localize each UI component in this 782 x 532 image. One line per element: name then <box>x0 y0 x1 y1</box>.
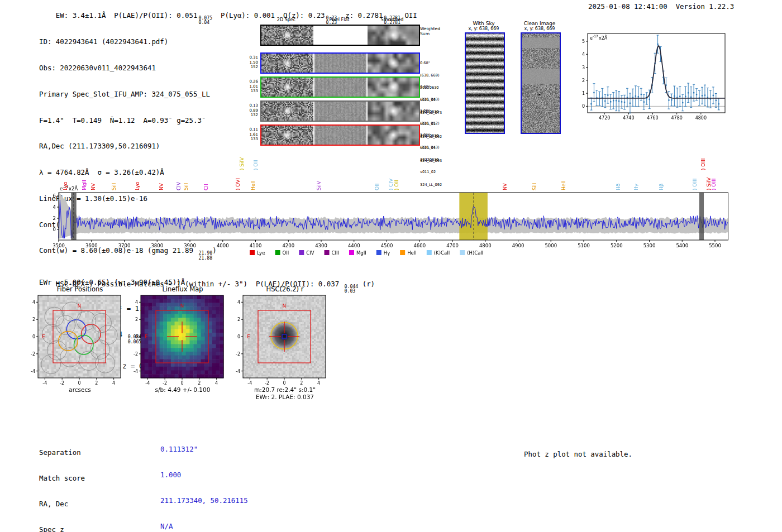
cutout-col-header-2dspec: 2D Spec <box>260 17 312 22</box>
summary-ew-plae: EW: 3.4±1.1Å P(LAE)/P(OII): 0.051 <box>56 11 198 20</box>
fiber-2-weights: 0.26 1.01 133 <box>241 79 258 94</box>
fiber-weight: 0.13 <box>241 103 258 108</box>
fiber-weight: 0.26 <box>241 79 258 84</box>
info-obs: Obs: 20220630v011_4022943641 <box>39 64 217 73</box>
hsc-cutout-plot <box>226 292 330 388</box>
smoothed-cutout-image <box>368 126 419 145</box>
fiber-distance: 0.82" <box>420 85 450 89</box>
cutout-col-header-pixelflat: Pixel Flat <box>313 17 365 22</box>
fiber-weight: 152 <box>241 65 258 70</box>
cutout-row-fiber-4 <box>260 124 420 146</box>
cutout-col-header-smoothed: Smoothed <box>366 17 418 22</box>
info-id: ID: 4022943641 (4022943641.pdf) <box>39 37 217 46</box>
clean-image-title: Clean Image <box>515 21 564 26</box>
match-label-score: Match score <box>39 474 102 482</box>
match-label-separation: Separation <box>39 448 102 457</box>
fiber-weight: 132 <box>241 113 258 118</box>
match-label-radec: RA, Dec <box>39 500 102 508</box>
smoothed-cutout-image <box>368 54 419 73</box>
pixel-flat-cutout-image <box>314 78 366 97</box>
fiber-1-weights: 0.31 1.50 152 <box>241 55 258 70</box>
cutout-row-fiber-2 <box>260 76 420 98</box>
fiber-weight: 1.50 <box>241 60 258 65</box>
with-sky-xy: x, y: 638, 669 <box>459 26 508 31</box>
fiber-weight: 0.11 <box>241 127 258 132</box>
hsc-cutout-caption-2: EWr: 2. PLAE: 0.037 <box>243 394 327 400</box>
fiber-weight: 1.61 <box>241 132 258 137</box>
hsc-cutout-caption-1: m:20.7 re:2.4" s:0.1" <box>243 386 327 393</box>
hsc-dex-band: (r) <box>358 280 375 288</box>
match-table-values: 0.111312" 1.000 211.173340, 50.216115 N/… <box>160 428 248 532</box>
fiber-distance: 1.25" <box>420 109 450 113</box>
fiber-positions-plot <box>21 292 125 388</box>
pixel-flat-cutout-image <box>314 54 366 73</box>
fiber-3-weights: 0.13 0.89 132 <box>241 103 258 118</box>
clean-image <box>521 32 561 134</box>
fiber-weight: 0.89 <box>241 108 258 113</box>
main-spectrum-plot <box>53 147 732 264</box>
match-value-specz: N/A <box>160 522 248 530</box>
fiber-weight: 0.31 <box>241 55 258 60</box>
with-sky-image <box>465 32 505 134</box>
pixel-flat-cutout-image <box>314 26 366 45</box>
smoothed-cutout-image <box>368 102 419 121</box>
hsc-plae-lower: 0.03 <box>345 289 356 294</box>
match-value-score: 1.000 <box>160 471 248 479</box>
fiber-distance: 0.68" <box>420 61 450 65</box>
clean-image-xy: x, y: 638, 669 <box>515 26 564 31</box>
spec2d-cutout-image <box>261 78 313 97</box>
fiber-positions-xlabel: arcsecs <box>38 386 122 393</box>
lineflux-map-plot <box>124 292 227 388</box>
fiber-4-weights: 0.11 1.61 133 <box>241 127 258 142</box>
smoothed-cutout-image <box>368 26 419 45</box>
cutout-row-fiber-1 <box>260 52 420 74</box>
fiber-weight: 133 <box>241 89 258 94</box>
with-sky-title: With Sky <box>459 21 508 26</box>
spec2d-cutout-image <box>261 54 313 73</box>
match-table-labels: Separation Match score RA, Dec Spec z Ph… <box>39 431 102 532</box>
match-label-specz: Spec z <box>39 525 102 532</box>
info-seeing: F=1.4" T=0.149 N̄=1.12 A=0.93̄ g=25.3̄ <box>39 116 217 125</box>
photz-note: Phot z plot not available. <box>524 450 632 459</box>
hsc-plae-bounds: 0.0440.03 <box>345 284 359 294</box>
info-slot: Primary Spec_Slot_IFU_AMP: 324_075_055_L… <box>39 90 217 99</box>
elixer-report-page: EW: 3.4±1.1Å P(LAE)/P(OII): 0.0510.0750.… <box>0 0 782 532</box>
cutout-row-fiber-3 <box>260 100 420 122</box>
pixel-flat-cutout-image <box>314 102 366 121</box>
match-value-radec: 211.173340, 50.216115 <box>160 496 248 505</box>
weighted-sum-line2: Sum <box>420 32 440 37</box>
match-value-separation: 0.111312" <box>160 445 248 453</box>
lineflux-map-caption: s/b: 4.49 +/- 0.100 <box>141 386 225 393</box>
cutout-row-weighted <box>260 25 420 46</box>
weighted-sum-label: Weighted Sum <box>420 27 440 36</box>
spec2d-cutout-image <box>261 26 313 45</box>
fiber-distance: 1.31" <box>420 133 450 137</box>
line-fit-inset-plot <box>579 28 731 126</box>
smoothed-cutout-image <box>368 78 419 97</box>
fiber-weight: 1.01 <box>241 84 258 89</box>
spec2d-cutout-image <box>261 126 313 145</box>
timestamp-version: 2025-01-08 12:41:00 Version 1.22.3 <box>588 2 734 11</box>
pixel-flat-cutout-image <box>314 126 366 145</box>
fiber-weight: 133 <box>241 137 258 142</box>
spec2d-cutout-image <box>261 102 313 121</box>
